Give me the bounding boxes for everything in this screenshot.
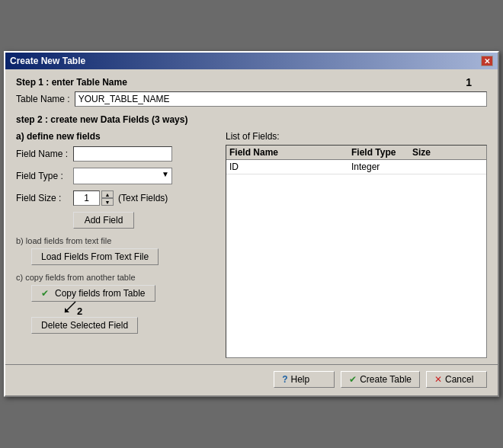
- table-row[interactable]: ID Integer: [226, 160, 486, 174]
- help-button[interactable]: ? Help: [274, 371, 335, 388]
- field-name-label: Field Name :: [16, 149, 73, 159]
- delete-btn-row: Delete Selected Field: [16, 317, 218, 334]
- row-field-name: ID: [229, 162, 351, 172]
- delete-field-button[interactable]: Delete Selected Field: [31, 317, 138, 334]
- close-button[interactable]: ✕: [481, 56, 493, 66]
- load-btn-row: Load Fields From Text File: [16, 248, 218, 265]
- list-header: List of Fields:: [226, 131, 487, 142]
- section-c-label: c) copy fields from another table: [16, 273, 218, 282]
- row-field-size: [412, 162, 443, 172]
- size-note: (Text Fields): [118, 193, 168, 203]
- col-header-size: Size: [412, 147, 443, 158]
- main-layout: a) define new fields Field Name : Field …: [16, 131, 487, 358]
- help-label: Help: [291, 374, 310, 385]
- section-b-label: b) load fields from text file: [16, 236, 218, 245]
- footer: ? Help ✔ Create Table ✕ Cancel: [5, 364, 498, 395]
- cancel-label: Cancel: [445, 374, 473, 385]
- col-header-name: Field Name: [229, 147, 351, 158]
- create-label: Create Table: [360, 374, 412, 385]
- main-window: Create New Table ✕ Step 1 : enter Table …: [4, 51, 499, 397]
- table-name-row: Table Name : 1: [16, 91, 487, 107]
- field-name-row: Field Name :: [16, 146, 218, 162]
- field-type-label: Field Type :: [16, 171, 73, 181]
- step2-header: step 2 : create new Data Fields (3 ways): [16, 114, 487, 125]
- size-up-button[interactable]: ▲: [101, 190, 114, 198]
- window-title: Create New Table: [10, 56, 85, 66]
- copy-check-icon: ✔: [41, 288, 49, 299]
- create-check-icon: ✔: [349, 374, 357, 385]
- content-area: Step 1 : enter Table Name Table Name : 1…: [5, 69, 498, 364]
- add-field-row: Add Field: [73, 212, 218, 229]
- left-panel: a) define new fields Field Name : Field …: [16, 131, 218, 358]
- field-type-row: Field Type : Integer Text Real Date: [16, 168, 218, 184]
- right-panel: List of Fields: Field Name Field Type Si…: [226, 131, 487, 358]
- col-header-type: Field Type: [351, 147, 412, 158]
- create-table-button[interactable]: ✔ Create Table: [341, 371, 420, 388]
- table-header-row: Field Name Field Type Size: [226, 146, 486, 160]
- copy-fields-label: Copy fields from Table: [55, 288, 146, 299]
- section-a-label: a) define new fields: [16, 131, 218, 142]
- cancel-x-icon: ✕: [434, 374, 442, 385]
- table-name-label: Table Name :: [16, 94, 70, 104]
- row-field-type: Integer: [351, 162, 412, 172]
- copy-btn-row: ✔ Copy fields from Table 2: [16, 285, 218, 302]
- field-size-label: Field Size :: [16, 193, 73, 203]
- field-size-input[interactable]: [73, 190, 100, 206]
- table-name-input[interactable]: [75, 91, 487, 107]
- annotation-1: 1: [466, 76, 472, 88]
- field-size-row: Field Size : ▲ ▼ (Text Fields): [16, 190, 218, 206]
- cancel-button[interactable]: ✕ Cancel: [426, 371, 487, 388]
- copy-fields-button[interactable]: ✔ Copy fields from Table: [31, 285, 155, 302]
- title-bar: Create New Table ✕: [5, 53, 498, 69]
- size-spinner: ▲ ▼: [101, 190, 114, 206]
- help-icon: ?: [282, 374, 287, 385]
- annotation-2-arrow: [62, 300, 77, 315]
- load-fields-button[interactable]: Load Fields From Text File: [31, 248, 159, 265]
- add-field-button[interactable]: Add Field: [73, 212, 134, 229]
- field-type-select-wrapper: Integer Text Real Date: [73, 168, 172, 184]
- annotation-2: 2: [77, 306, 82, 317]
- field-name-input[interactable]: [73, 146, 172, 162]
- fields-table: Field Name Field Type Size ID Integer: [226, 145, 487, 358]
- size-down-button[interactable]: ▼: [101, 198, 114, 206]
- field-type-select[interactable]: Integer Text Real Date: [73, 168, 172, 184]
- step1-header: Step 1 : enter Table Name: [16, 77, 487, 88]
